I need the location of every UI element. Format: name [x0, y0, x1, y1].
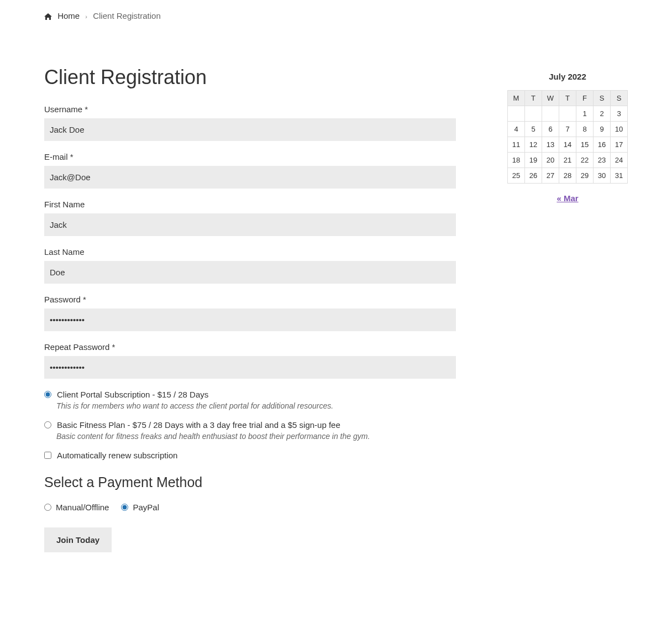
calendar-day[interactable]: 16 [594, 137, 611, 153]
repeat-password-input[interactable] [44, 356, 456, 379]
password-input[interactable] [44, 308, 456, 331]
calendar-day[interactable]: 14 [559, 137, 576, 153]
calendar-day[interactable]: 23 [594, 153, 611, 168]
plan-description: This is for members who want to access t… [56, 401, 456, 410]
calendar-day[interactable]: 25 [508, 168, 525, 184]
plan-radio-0[interactable] [44, 391, 51, 398]
calendar-day[interactable]: 22 [576, 153, 594, 168]
plan-option: Client Portal Subscription - $15 / 28 Da… [44, 390, 456, 410]
username-label: Username * [44, 104, 456, 114]
plan-option: Basic Fitness Plan - $75 / 28 Days with … [44, 420, 456, 441]
calendar-day [525, 106, 542, 122]
breadcrumb-current: Client Registration [93, 11, 161, 20]
calendar-day[interactable]: 6 [542, 122, 559, 137]
payment-method-option[interactable]: Manual/Offline [44, 503, 109, 512]
calendar-day[interactable]: 1 [576, 106, 594, 122]
calendar-day[interactable]: 30 [594, 168, 611, 184]
breadcrumb-separator: › [85, 13, 87, 20]
auto-renew-label: Automatically renew subscription [57, 451, 177, 460]
last-name-label: Last Name [44, 247, 456, 257]
payment-radio-0[interactable] [44, 504, 51, 511]
calendar-dow: T [559, 91, 576, 106]
calendar-day[interactable]: 31 [611, 168, 628, 184]
calendar-dow: T [525, 91, 542, 106]
plan-label: Client Portal Subscription - $15 / 28 Da… [57, 390, 208, 399]
submit-button[interactable]: Join Today [44, 527, 112, 552]
calendar-table: MTWTFSS 12345678910111213141516171819202… [507, 90, 628, 184]
payment-heading: Select a Payment Method [44, 474, 456, 490]
password-label: Password * [44, 295, 456, 304]
payment-radio-1[interactable] [121, 504, 128, 511]
calendar-day [559, 106, 576, 122]
username-input[interactable] [44, 118, 456, 141]
calendar-day[interactable]: 15 [576, 137, 594, 153]
calendar-day[interactable]: 4 [508, 122, 525, 137]
payment-method-option[interactable]: PayPal [121, 503, 159, 512]
calendar-day [508, 106, 525, 122]
calendar-day[interactable]: 13 [542, 137, 559, 153]
calendar-day[interactable]: 5 [525, 122, 542, 137]
calendar-day [542, 106, 559, 122]
calendar-dow: M [508, 91, 525, 106]
calendar-day[interactable]: 28 [559, 168, 576, 184]
last-name-input[interactable] [44, 261, 456, 284]
home-icon [44, 12, 52, 22]
calendar-day[interactable]: 7 [559, 122, 576, 137]
calendar-day[interactable]: 2 [594, 106, 611, 122]
calendar-day[interactable]: 9 [594, 122, 611, 137]
breadcrumb: Home › Client Registration [44, 11, 456, 22]
calendar-day[interactable]: 21 [559, 153, 576, 168]
breadcrumb-home[interactable]: Home [57, 11, 80, 20]
calendar-dow: S [594, 91, 611, 106]
calendar-day[interactable]: 26 [525, 168, 542, 184]
calendar-day[interactable]: 18 [508, 153, 525, 168]
email-input[interactable] [44, 166, 456, 189]
plan-description: Basic content for fitness freaks and hea… [56, 432, 456, 441]
calendar-day[interactable]: 3 [611, 106, 628, 122]
prev-month-link[interactable]: « Mar [556, 194, 578, 203]
calendar-day[interactable]: 20 [542, 153, 559, 168]
plan-label: Basic Fitness Plan - $75 / 28 Days with … [57, 420, 340, 430]
auto-renew-checkbox[interactable] [44, 452, 51, 459]
email-label: E-mail * [44, 152, 456, 161]
repeat-password-label: Repeat Password * [44, 342, 456, 352]
calendar-dow: F [576, 91, 594, 106]
calendar-day[interactable]: 12 [525, 137, 542, 153]
calendar-day[interactable]: 11 [508, 137, 525, 153]
calendar-dow: S [611, 91, 628, 106]
calendar-widget: July 2022 MTWTFSS 1234567891011121314151… [507, 72, 628, 203]
calendar-day[interactable]: 19 [525, 153, 542, 168]
calendar-day[interactable]: 27 [542, 168, 559, 184]
payment-label: Manual/Offline [56, 503, 109, 512]
calendar-day[interactable]: 10 [611, 122, 628, 137]
payment-label: PayPal [133, 503, 159, 512]
plan-radio-1[interactable] [44, 421, 51, 428]
calendar-day[interactable]: 29 [576, 168, 594, 184]
calendar-day[interactable]: 24 [611, 153, 628, 168]
first-name-input[interactable] [44, 213, 456, 236]
calendar-caption: July 2022 [507, 72, 628, 81]
calendar-day[interactable]: 8 [576, 122, 594, 137]
calendar-dow: W [542, 91, 559, 106]
page-title: Client Registration [44, 66, 456, 89]
calendar-day[interactable]: 17 [611, 137, 628, 153]
first-name-label: First Name [44, 200, 456, 209]
